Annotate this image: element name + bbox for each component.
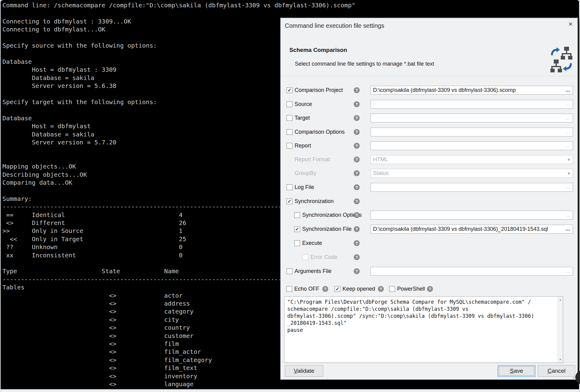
browse-button[interactable]: … xyxy=(565,114,571,122)
help-icon[interactable]: ? xyxy=(354,212,360,218)
target-input[interactable]: … xyxy=(371,114,573,122)
report-checkbox[interactable] xyxy=(287,143,292,149)
help-icon[interactable]: ? xyxy=(354,184,360,190)
echo-off-label: Echo OFF xyxy=(294,286,319,292)
help-icon[interactable]: ? xyxy=(354,198,360,204)
powershell-label: PowerShell xyxy=(397,286,425,292)
arguments-file-label: Arguments File xyxy=(295,268,332,274)
help-icon[interactable]: ? xyxy=(354,170,360,176)
help-icon[interactable]: ? xyxy=(427,286,433,292)
comparison-project-input[interactable]: D:\comp\sakila (dbfmylast-3309 vs dbfmyl… xyxy=(371,86,573,95)
groupby-value: Status xyxy=(373,170,389,176)
cancel-button[interactable]: Cancel xyxy=(538,365,575,377)
source-checkbox[interactable] xyxy=(287,101,292,107)
header-divider xyxy=(281,76,578,76)
synchronization-options-input[interactable]: … xyxy=(371,211,573,220)
arguments-file-checkbox[interactable] xyxy=(287,268,292,274)
browse-button[interactable]: … xyxy=(565,100,571,108)
help-icon[interactable]: ? xyxy=(354,101,360,107)
echo-off-checkbox[interactable] xyxy=(286,286,292,292)
chevron-down-icon: ▾ xyxy=(567,169,570,177)
footer-divider xyxy=(281,362,578,362)
log-file-checkbox[interactable] xyxy=(287,184,292,190)
schema-comparison-heading: Schema Comparison xyxy=(289,47,347,53)
save-button[interactable]: Save xyxy=(498,365,535,377)
browse-button[interactable]: … xyxy=(565,142,571,149)
close-icon[interactable]: × xyxy=(568,20,573,28)
bat-file-text: "C:\Program Files\Devart\dbForge Schema … xyxy=(285,297,557,363)
help-icon[interactable]: ? xyxy=(354,143,360,149)
browse-button[interactable]: … xyxy=(565,86,571,94)
synchronization-file-label: Synchronization File xyxy=(302,226,352,232)
report-format-value: HTML xyxy=(373,156,388,162)
browse-button[interactable]: … xyxy=(565,128,571,136)
help-icon[interactable]: ? xyxy=(354,254,360,260)
validate-button[interactable]: Validate xyxy=(285,365,323,377)
keep-opened-checkbox[interactable]: ✓ xyxy=(335,286,340,292)
error-code-label: Error Code xyxy=(310,254,337,260)
powershell-checkbox[interactable] xyxy=(389,286,395,292)
schema-compare-icon xyxy=(550,46,573,72)
help-icon[interactable]: ? xyxy=(354,226,360,232)
command-line-settings-dialog: Command line execution file settings × S… xyxy=(280,17,578,380)
comparison-options-checkbox[interactable] xyxy=(287,129,292,135)
synchronization-file-value: D:\comp\sakila (dbfmylast-3309 vs dbfmyl… xyxy=(373,226,548,232)
bat-file-text-area[interactable]: "C:\Program Files\Devart\dbForge Schema … xyxy=(284,296,563,363)
scroll-up-icon[interactable]: ▲ xyxy=(558,297,563,302)
report-label: Report xyxy=(295,143,311,149)
arguments-file-input[interactable]: … xyxy=(371,267,573,276)
error-code-checkbox xyxy=(303,254,308,260)
target-label: Target xyxy=(295,115,310,121)
scroll-down-icon[interactable]: ▼ xyxy=(558,357,563,362)
synchronization-file-checkbox[interactable]: ✓ xyxy=(294,226,300,232)
report-format-label: Report Format xyxy=(295,156,330,163)
comparison-project-value: D:\comp\sakila (dbfmylast-3309 vs dbfmyl… xyxy=(373,87,516,93)
source-label: Source xyxy=(295,101,312,107)
browse-button[interactable]: … xyxy=(565,225,571,233)
source-input[interactable]: … xyxy=(371,100,573,109)
synchronization-checkbox[interactable]: ✓ xyxy=(287,198,292,204)
log-file-input[interactable]: … xyxy=(371,183,573,192)
target-checkbox[interactable] xyxy=(287,115,292,121)
chevron-down-icon: ▾ xyxy=(567,155,570,164)
groupby-label: GroupBy xyxy=(295,170,316,176)
help-icon[interactable]: ? xyxy=(354,268,360,274)
help-icon[interactable]: ? xyxy=(354,87,360,93)
comparison-project-label: Comparison Project xyxy=(295,87,343,93)
browse-button[interactable]: … xyxy=(565,267,571,275)
browse-button[interactable]: … xyxy=(565,211,571,219)
synchronization-options-label: Synchronization Options xyxy=(302,212,362,218)
scrollbar[interactable]: ▲ ▼ xyxy=(557,297,563,363)
help-icon[interactable]: ? xyxy=(354,157,360,162)
comparison-project-checkbox[interactable]: ✓ xyxy=(287,87,292,93)
groupby-dropdown: Status▾ xyxy=(371,169,573,178)
comparison-options-label: Comparison Options xyxy=(295,129,345,135)
help-icon[interactable]: ? xyxy=(322,286,328,292)
comparison-options-input[interactable]: … xyxy=(371,128,573,136)
synchronization-label: Synchronization xyxy=(295,198,334,205)
browse-button[interactable]: … xyxy=(565,183,571,191)
help-icon[interactable]: ? xyxy=(378,286,384,292)
synchronization-file-input[interactable]: D:\comp\sakila (dbfmylast-3309 vs dbfmyl… xyxy=(371,225,573,234)
report-input[interactable]: … xyxy=(371,141,573,150)
help-icon[interactable]: ? xyxy=(354,115,360,121)
keep-opened-label: Keep opened xyxy=(343,286,375,292)
execute-label: Execute xyxy=(302,240,322,246)
schema-comparison-subtitle: Select command line file settings to man… xyxy=(295,61,434,67)
help-icon[interactable]: ? xyxy=(354,129,360,135)
screenshot-frame: Command line: /schemacompare /compfile:"… xyxy=(0,0,580,392)
execute-checkbox[interactable] xyxy=(294,240,300,246)
dialog-title: Command line execution file settings xyxy=(285,22,384,29)
synchronization-options-checkbox[interactable] xyxy=(294,212,300,218)
log-file-label: Log File xyxy=(295,184,314,191)
report-format-dropdown: HTML▾ xyxy=(371,155,573,164)
help-icon[interactable]: ? xyxy=(354,240,360,246)
